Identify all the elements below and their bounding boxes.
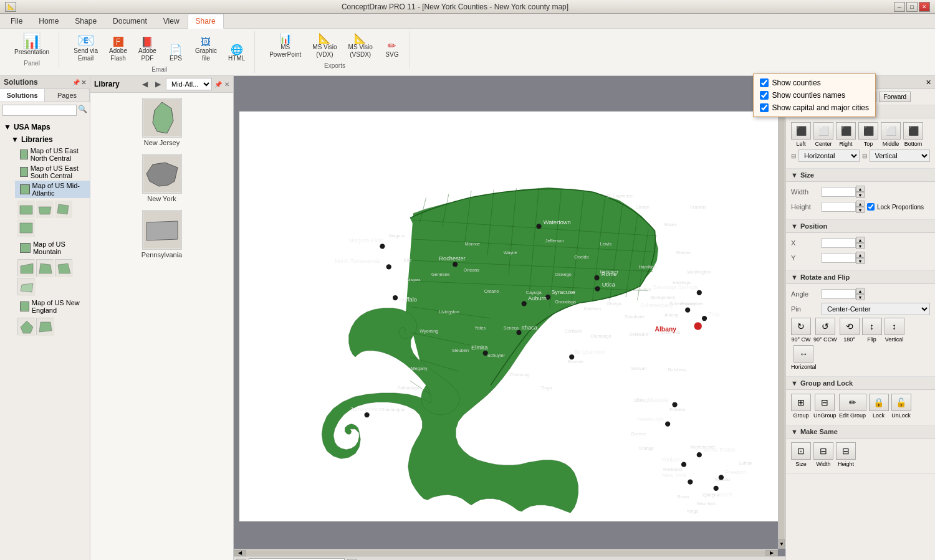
forward-btn[interactable]: Forward bbox=[879, 92, 911, 102]
tree-item-east-south-central[interactable]: Map of US East South Central bbox=[15, 163, 90, 181]
flip-horizontal-btn[interactable]: ↔ bbox=[794, 345, 813, 363]
align-left-btn[interactable]: ⬛ bbox=[791, 122, 811, 140]
menu-item-show-counties[interactable]: Show counties bbox=[754, 77, 875, 89]
make-same-size-btn[interactable]: ⊡ bbox=[791, 442, 811, 460]
tab-view[interactable]: View bbox=[155, 14, 188, 28]
height-up-btn[interactable]: ▲ bbox=[856, 201, 865, 207]
flip-vertical-btn[interactable]: ↕ bbox=[885, 318, 904, 335]
adobe-pdf-btn[interactable]: 📕 AdobePDF bbox=[134, 35, 161, 65]
graphic-btn[interactable]: 🖼 Graphicfile bbox=[191, 35, 221, 65]
x-down-btn[interactable]: ▼ bbox=[856, 243, 865, 249]
tab-document[interactable]: Document bbox=[105, 14, 155, 28]
scrollbar-vertical[interactable]: ▲ ▼ bbox=[778, 76, 785, 549]
make-same-width-btn[interactable]: ⊟ bbox=[813, 442, 833, 460]
rotate-section-header[interactable]: ▼ Rotate and Flip bbox=[786, 271, 935, 284]
menu-item-show-capital[interactable]: Show capital and major cities bbox=[754, 102, 875, 114]
tab-share[interactable]: Share bbox=[188, 14, 224, 29]
library-item-pa[interactable]: Pennsylvania bbox=[141, 210, 182, 259]
make-same-height-btn[interactable]: ⊟ bbox=[836, 442, 856, 460]
scroll-right-btn[interactable]: ▶ bbox=[765, 550, 778, 556]
align-top-btn[interactable]: ⬛ bbox=[858, 122, 878, 140]
tree-libraries[interactable]: ▼ Libraries bbox=[7, 133, 90, 146]
solutions-search-icon[interactable]: 🔍 bbox=[78, 105, 87, 116]
rotate-90ccw-btn[interactable]: ↺ bbox=[815, 318, 835, 335]
library-next-btn[interactable]: ▶ bbox=[153, 79, 163, 89]
scroll-down-btn[interactable]: ▼ bbox=[779, 539, 785, 549]
checkbox-show-capital[interactable] bbox=[760, 103, 769, 112]
angle-up-btn[interactable]: ▲ bbox=[856, 288, 865, 294]
html-btn[interactable]: 🌐 HTML bbox=[224, 42, 249, 65]
height-down-btn[interactable]: ▼ bbox=[856, 207, 865, 213]
angle-down-btn[interactable]: ▼ bbox=[856, 294, 865, 300]
scroll-left-btn[interactable]: ◀ bbox=[234, 550, 246, 556]
tree-item-new-england[interactable]: Map of US New England bbox=[15, 298, 90, 315]
tree-item-mid-atlantic[interactable]: Map of US Mid-Atlantic bbox=[15, 181, 90, 198]
tab-shape[interactable]: Shape bbox=[67, 14, 105, 28]
page-tab-ny[interactable]: New York county map (1/1) bbox=[249, 558, 345, 561]
send-email-btn[interactable]: 📧 Send viaEmail bbox=[69, 31, 102, 65]
canvas-paper[interactable]: Clinton Franklin St. Lawrence Jefferson … bbox=[239, 111, 781, 522]
vertical-dropdown[interactable]: Vertical bbox=[870, 149, 931, 162]
canvas-content[interactable]: Clinton Franklin St. Lawrence Jefferson … bbox=[234, 76, 785, 556]
height-input[interactable]: 131.4 mm bbox=[822, 202, 856, 212]
checkbox-show-counties[interactable] bbox=[760, 78, 769, 87]
eps-btn[interactable]: 📄 EPS bbox=[163, 42, 188, 65]
y-down-btn[interactable]: ▼ bbox=[856, 258, 865, 264]
tree-usa-maps[interactable]: ▼ USA Maps bbox=[0, 121, 90, 133]
close-btn[interactable]: ✕ bbox=[919, 2, 930, 12]
library-pin-icon[interactable]: 📌 bbox=[214, 81, 222, 88]
presentation-btn[interactable]: 📊 Presentation bbox=[10, 31, 54, 59]
width-down-btn[interactable]: ▼ bbox=[856, 192, 865, 198]
rotate-180-btn[interactable]: ⟲ bbox=[840, 318, 860, 335]
ungroup-btn[interactable]: ⊟ bbox=[815, 394, 835, 411]
scroll-track-v[interactable] bbox=[779, 86, 784, 539]
library-item-nj[interactable]: New Jersey bbox=[142, 98, 182, 146]
x-up-btn[interactable]: ▲ bbox=[856, 237, 865, 243]
y-up-btn[interactable]: ▲ bbox=[856, 252, 865, 258]
align-middle-btn[interactable]: ⬜ bbox=[881, 122, 901, 140]
group-section-header[interactable]: ▼ Group and Lock bbox=[786, 377, 935, 390]
x-input[interactable]: 99.7 mm bbox=[822, 238, 856, 248]
lock-proportions-checkbox[interactable] bbox=[867, 203, 875, 211]
restore-btn[interactable]: □ bbox=[906, 2, 918, 12]
edit-group-btn[interactable]: ✏ bbox=[839, 394, 866, 411]
scrollbar-horizontal[interactable]: ◀ ▶ bbox=[234, 549, 778, 556]
lock-btn[interactable]: 🔒 bbox=[869, 394, 889, 411]
align-bottom-btn[interactable]: ⬛ bbox=[903, 122, 923, 140]
checkbox-show-county-names[interactable] bbox=[760, 91, 769, 100]
size-section-header[interactable]: ▼ Size bbox=[786, 169, 935, 182]
tab-pages[interactable]: Pages bbox=[45, 89, 90, 102]
align-right-btn[interactable]: ⬛ bbox=[836, 122, 856, 140]
tab-home[interactable]: Home bbox=[31, 14, 67, 28]
group-btn[interactable]: ⊞ bbox=[791, 394, 811, 411]
ms-powerpoint-btn[interactable]: 📊 MSPowerPoint bbox=[265, 31, 305, 61]
svg-btn[interactable]: ✏ SVG bbox=[380, 39, 405, 61]
pin-dropdown[interactable]: Center-Center bbox=[822, 303, 930, 315]
rotate-90cw-btn[interactable]: ↻ bbox=[791, 318, 811, 335]
tree-item-east-north-central[interactable]: Map of US East North Central bbox=[15, 146, 90, 163]
tree-item-mountain[interactable]: Map of US Mountain bbox=[15, 239, 90, 257]
position-section-header[interactable]: ▼ Position bbox=[786, 220, 935, 233]
adobe-flash-btn[interactable]: 🅵 AdobeFlash bbox=[105, 35, 132, 65]
width-input[interactable]: 178.0 mm bbox=[822, 187, 856, 197]
y-input[interactable]: 70.6 mm bbox=[822, 253, 856, 263]
solutions-search-input[interactable] bbox=[2, 105, 77, 116]
minimize-btn[interactable]: ─ bbox=[894, 2, 905, 12]
tab-solutions[interactable]: Solutions bbox=[0, 89, 45, 102]
tab-file[interactable]: File bbox=[2, 14, 31, 28]
width-up-btn[interactable]: ▲ bbox=[856, 186, 865, 192]
right-panel-close-icon[interactable]: ✕ bbox=[926, 78, 931, 87]
solutions-close-icon[interactable]: ✕ bbox=[81, 79, 86, 86]
solutions-pin-icon[interactable]: 📌 bbox=[72, 79, 80, 86]
align-center-btn[interactable]: ⬜ bbox=[813, 122, 833, 140]
angle-input[interactable]: 0.00 rad bbox=[822, 289, 856, 299]
library-close-icon[interactable]: ✕ bbox=[224, 81, 229, 88]
visio-vdx-btn[interactable]: 📐 MS Visio(VDX) bbox=[308, 31, 341, 61]
library-item-ny[interactable]: New York bbox=[142, 154, 182, 202]
flip-btn[interactable]: ↕ bbox=[862, 318, 882, 335]
visio-vsdx-btn[interactable]: 📐 MS Visio(VSDX) bbox=[344, 31, 377, 61]
unlock-btn[interactable]: 🔓 bbox=[891, 394, 911, 411]
make-same-section-header[interactable]: ▼ Make Same bbox=[786, 425, 935, 439]
horizontal-dropdown[interactable]: Horizontal bbox=[798, 149, 860, 162]
library-dropdown[interactable]: Mid-Atl... bbox=[166, 78, 212, 90]
